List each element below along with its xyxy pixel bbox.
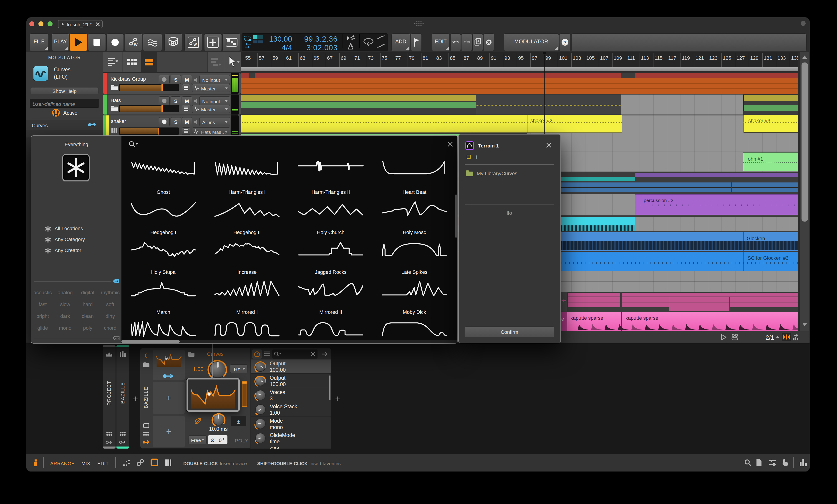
svg-text:w: w [193, 42, 197, 46]
svg-text:w: w [134, 42, 138, 47]
